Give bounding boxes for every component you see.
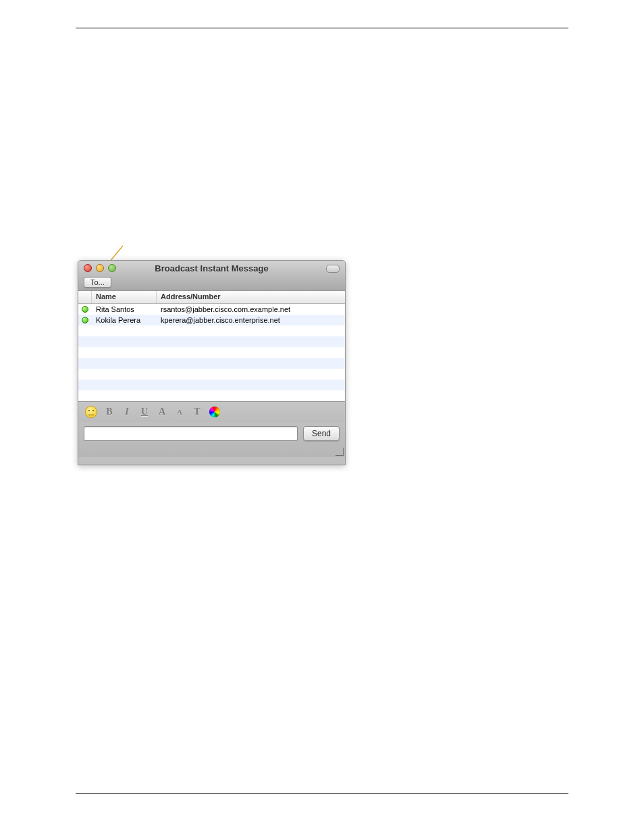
format-toolbar: B I U A A T	[78, 401, 345, 422]
emoticon-icon[interactable]	[85, 406, 97, 418]
font-face-button[interactable]: T	[192, 407, 203, 417]
table-row-empty	[78, 380, 345, 390]
address-cell: rsantos@jabber.cisco.com.example.net	[157, 305, 345, 313]
column-header-name[interactable]: Name	[92, 291, 157, 303]
window-title: Broadcast Instant Message	[78, 263, 345, 273]
table-body: Rita Santos rsantos@jabber.cisco.com.exa…	[78, 304, 345, 401]
underline-button[interactable]: U	[139, 407, 150, 417]
presence-available-icon	[82, 317, 88, 323]
table-header: Name Address/Number	[78, 291, 345, 304]
table-row-empty	[78, 358, 345, 369]
name-cell: Rita Santos	[92, 305, 157, 313]
toolbar-pill-button[interactable]	[326, 265, 340, 273]
column-header-address[interactable]: Address/Number	[157, 291, 345, 303]
bold-button[interactable]: B	[104, 407, 115, 417]
table-row-empty	[78, 325, 345, 336]
table-row[interactable]: Kokila Perera kperera@jabber.cisco.enter…	[78, 315, 345, 325]
table-row-empty	[78, 390, 345, 401]
status-cell	[78, 306, 92, 313]
table-row-empty	[78, 347, 345, 358]
resize-grip[interactable]	[336, 448, 344, 456]
recipient-table: Name Address/Number Rita Santos rsantos@…	[78, 291, 345, 401]
column-header-status[interactable]	[78, 291, 92, 303]
address-cell: kperera@jabber.cisco.enterprise.net	[157, 316, 345, 324]
table-row-empty	[78, 369, 345, 380]
name-cell: Kokila Perera	[92, 316, 157, 324]
status-cell	[78, 317, 92, 323]
italic-button[interactable]: I	[122, 407, 132, 417]
broadcast-im-window: Broadcast Instant Message To... Name Add…	[78, 260, 346, 465]
top-horizontal-rule	[76, 28, 568, 28]
message-input[interactable]	[84, 426, 298, 441]
font-bigger-button[interactable]: A	[157, 407, 167, 417]
presence-available-icon	[82, 306, 88, 313]
bottom-horizontal-rule	[76, 793, 568, 794]
color-picker-icon[interactable]	[209, 407, 220, 417]
compose-area: Send	[78, 422, 345, 457]
send-button[interactable]: Send	[303, 426, 340, 441]
titlebar: Broadcast Instant Message To...	[78, 261, 345, 291]
font-smaller-button[interactable]: A	[174, 409, 185, 416]
table-row[interactable]: Rita Santos rsantos@jabber.cisco.com.exa…	[78, 304, 345, 315]
table-row-empty	[78, 336, 345, 347]
to-button[interactable]: To...	[84, 277, 111, 288]
